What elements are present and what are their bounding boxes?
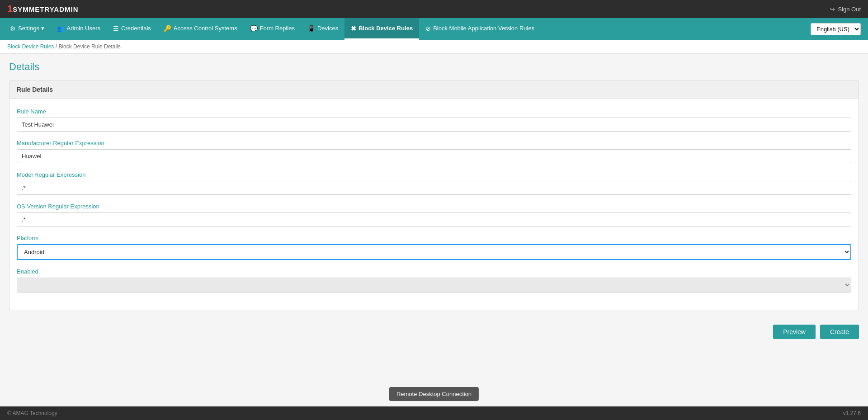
- card-header: Rule Details: [9, 80, 859, 99]
- nav-item-devices[interactable]: 📱 Devices: [301, 18, 344, 40]
- model-group: Model Regular Expression: [17, 171, 851, 195]
- nav-credentials-label: Credentials: [121, 25, 151, 32]
- manufacturer-group: Manufacturer Regular Expression: [17, 140, 851, 163]
- preview-button[interactable]: Preview: [773, 325, 816, 339]
- nav-admin-users-label: Admin Users: [67, 25, 100, 32]
- nav-settings-label: Settings ▾: [18, 25, 44, 32]
- block-device-rules-icon: ✖: [351, 25, 356, 32]
- nav-item-form-replies[interactable]: 💬 Form Replies: [244, 18, 301, 40]
- logo-sym: 1: [7, 3, 13, 15]
- sign-out-label: Sign Out: [838, 6, 861, 13]
- nav-form-replies-label: Form Replies: [260, 25, 295, 32]
- nav-item-access-control[interactable]: 🔑 Access Control Systems: [157, 18, 244, 40]
- manufacturer-input[interactable]: [17, 149, 851, 163]
- rule-name-group: Rule Name: [17, 108, 851, 132]
- language-select[interactable]: English (US) English (UK) Spanish French: [811, 23, 861, 35]
- nav-item-block-mobile[interactable]: ⊘ Block Mobile Application Version Rules: [419, 18, 541, 40]
- nav-item-admin-users[interactable]: 👥 Admin Users: [51, 18, 107, 40]
- page-title: Details: [9, 61, 859, 73]
- enabled-group: Enabled Yes No: [17, 268, 851, 293]
- nav-item-settings[interactable]: ⚙ Settings ▾: [4, 18, 51, 40]
- logo: 1 SYMMETRYADMIN: [7, 3, 78, 15]
- sign-out-button[interactable]: ↪ Sign Out: [830, 6, 861, 13]
- nav-item-block-device-rules[interactable]: ✖ Block Device Rules: [344, 18, 419, 40]
- button-row: Preview Create: [9, 317, 859, 343]
- block-mobile-icon: ⊘: [425, 25, 431, 32]
- card-body: Rule Name Manufacturer Regular Expressio…: [9, 99, 859, 310]
- access-control-icon: 🔑: [164, 25, 171, 32]
- model-input[interactable]: [17, 181, 851, 195]
- model-label: Model Regular Expression: [17, 171, 851, 178]
- nav-block-mobile-label: Block Mobile Application Version Rules: [433, 25, 534, 32]
- enabled-select[interactable]: Yes No: [17, 278, 851, 293]
- nav-block-device-rules-label: Block Device Rules: [359, 25, 413, 32]
- platform-select[interactable]: Android iOS Windows: [17, 244, 851, 260]
- credentials-icon: ☰: [113, 25, 119, 32]
- rule-name-input[interactable]: [17, 118, 851, 132]
- rule-details-card: Rule Details Rule Name Manufacturer Regu…: [9, 80, 859, 310]
- navbar: ⚙ Settings ▾ 👥 Admin Users ☰ Credentials…: [0, 18, 868, 40]
- nav-devices-label: Devices: [317, 25, 338, 32]
- navbar-left: ⚙ Settings ▾ 👥 Admin Users ☰ Credentials…: [4, 18, 541, 40]
- form-replies-icon: 💬: [250, 25, 258, 32]
- platform-group: Platform Android iOS Windows: [17, 235, 851, 260]
- navbar-right: English (US) English (UK) Spanish French: [811, 18, 864, 40]
- main-content: Details Rule Details Rule Name Manufactu…: [0, 54, 868, 350]
- topbar: 1 SYMMETRYADMIN ↪ Sign Out: [0, 0, 868, 18]
- os-version-label: OS Version Regular Expression: [17, 203, 851, 210]
- admin-users-icon: 👥: [57, 25, 65, 32]
- manufacturer-label: Manufacturer Regular Expression: [17, 140, 851, 146]
- platform-label: Platform: [17, 235, 851, 241]
- breadcrumb-parent[interactable]: Block Device Rules: [7, 43, 54, 50]
- rule-name-label: Rule Name: [17, 108, 851, 115]
- sign-out-icon: ↪: [830, 6, 835, 13]
- nav-item-credentials[interactable]: ☰ Credentials: [107, 18, 157, 40]
- os-version-group: OS Version Regular Expression: [17, 203, 851, 227]
- settings-icon: ⚙: [10, 25, 16, 32]
- devices-icon: 📱: [307, 25, 315, 32]
- nav-access-control-label: Access Control Systems: [174, 25, 237, 32]
- enabled-label: Enabled: [17, 268, 851, 275]
- logo-text: SYMMETRYADMIN: [13, 5, 78, 13]
- create-button[interactable]: Create: [820, 325, 859, 339]
- breadcrumb: Block Device Rules / Block Device Rule D…: [0, 40, 868, 54]
- breadcrumb-current: Block Device Rule Details: [58, 43, 120, 50]
- os-version-input[interactable]: [17, 212, 851, 227]
